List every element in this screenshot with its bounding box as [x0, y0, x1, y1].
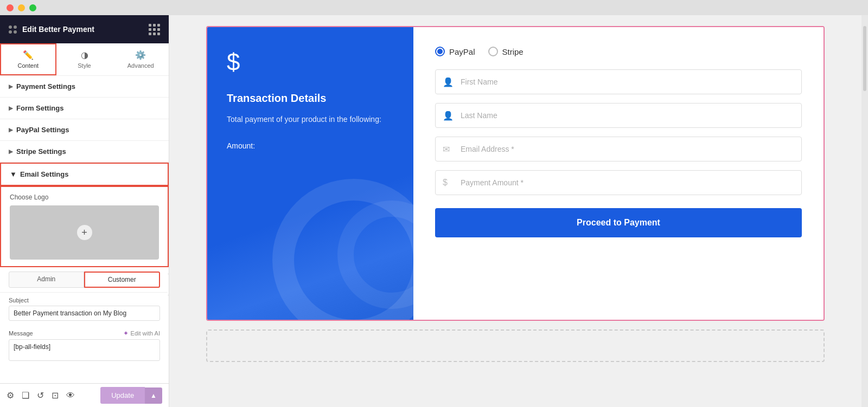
tab-customer[interactable]: Customer — [84, 272, 161, 288]
last-name-field: 👤 — [435, 103, 802, 128]
eye-icon[interactable]: 👁 — [66, 391, 75, 400]
choose-logo-section: Choose Logo + — [0, 186, 169, 267]
menu-dots-icon[interactable] — [9, 25, 17, 34]
message-header: Message ✦ Edit with AI — [0, 325, 169, 339]
ai-sparkle-icon: ✦ — [123, 330, 129, 337]
copy-icon[interactable]: ⊡ — [52, 390, 59, 400]
chevron-right-icon: ▶ — [9, 148, 13, 154]
chevron-right-icon: ▶ — [9, 83, 13, 89]
chevron-right-icon: ▶ — [9, 127, 13, 133]
sidebar-item-form-settings[interactable]: ▶ Form Settings — [0, 98, 169, 119]
sidebar-header: Edit Better Payment — [0, 15, 169, 43]
payment-amount-field: $ — [435, 170, 802, 195]
tab-advanced-label: Advanced — [127, 62, 154, 69]
choose-logo-label: Choose Logo — [10, 193, 159, 201]
edit-ai-label: Edit with AI — [131, 330, 160, 337]
collapse-handle[interactable]: ‹ — [168, 274, 169, 295]
canvas-bottom-placeholder — [206, 330, 825, 362]
tab-style-label: Style — [78, 62, 91, 69]
dollar-field-icon: $ — [443, 178, 448, 188]
payment-amount-input[interactable] — [435, 170, 802, 195]
sidebar: Edit Better Payment ✏️ Content ◑ Style ⚙… — [0, 15, 169, 407]
payment-settings-label: Payment Settings — [16, 82, 75, 91]
grid-icon[interactable] — [149, 24, 160, 35]
tab-style[interactable]: ◑ Style — [56, 43, 113, 75]
paypal-option[interactable]: PayPal — [435, 47, 475, 56]
paypal-settings-label: PayPal Settings — [16, 126, 69, 134]
subject-field: Subject — [0, 293, 169, 325]
sidebar-item-paypal-settings[interactable]: ▶ PayPal Settings — [0, 119, 169, 141]
payment-options: PayPal Stripe — [435, 47, 802, 56]
titlebar — [0, 0, 868, 15]
decorative-circle-2 — [337, 201, 413, 309]
pencil-icon: ✏️ — [23, 50, 34, 60]
stripe-radio[interactable] — [488, 47, 498, 56]
amount-label: Amount: — [227, 141, 394, 150]
tab-content[interactable]: ✏️ Content — [0, 43, 56, 75]
toolbar-icons: ⚙ ❑ ↺ ⊡ 👁 — [7, 390, 75, 400]
email-input[interactable] — [435, 137, 802, 161]
stripe-settings-label: Stripe Settings — [16, 147, 66, 156]
right-scrollbar[interactable] — [861, 15, 868, 407]
stripe-option[interactable]: Stripe — [488, 47, 524, 56]
add-logo-icon[interactable]: + — [77, 225, 92, 240]
last-name-input[interactable] — [435, 103, 802, 128]
update-button-group: Update ▲ — [100, 387, 162, 404]
logo-upload-area[interactable]: + — [10, 205, 159, 260]
settings-icon[interactable]: ⚙ — [7, 390, 14, 400]
sidebar-content: Choose Logo + Admin Customer Subject Mes… — [0, 186, 169, 383]
person-icon-1: 👤 — [443, 77, 454, 87]
sidebar-header-left: Edit Better Payment — [9, 25, 94, 34]
email-settings-label: Email Settings — [20, 170, 69, 178]
sidebar-item-stripe-settings[interactable]: ▶ Stripe Settings — [0, 141, 169, 163]
layers-icon[interactable]: ❑ — [22, 390, 29, 400]
dollar-sign: $ — [227, 49, 394, 76]
payment-widget: $ Transaction Details Total payment of y… — [206, 26, 825, 321]
widget-right-panel: PayPal Stripe 👤 👤 ✉ — [413, 27, 824, 320]
update-dropdown-button[interactable]: ▲ — [145, 387, 162, 404]
email-icon: ✉ — [443, 144, 450, 154]
first-name-input[interactable] — [435, 69, 802, 94]
minimize-button[interactable] — [18, 4, 25, 11]
paypal-radio-inner — [437, 49, 443, 54]
history-icon[interactable]: ↺ — [37, 390, 44, 400]
widget-left-panel: $ Transaction Details Total payment of y… — [207, 27, 413, 320]
message-textarea[interactable]: [bp-all-fields] — [9, 339, 160, 361]
update-button[interactable]: Update — [100, 387, 145, 404]
first-name-field: 👤 — [435, 69, 802, 94]
subject-input[interactable] — [9, 306, 160, 321]
email-field: ✉ — [435, 137, 802, 161]
subject-label: Subject — [9, 297, 160, 303]
chevron-right-icon: ▶ — [9, 105, 13, 111]
app-body: Edit Better Payment ✏️ Content ◑ Style ⚙… — [0, 15, 868, 407]
person-icon-2: 👤 — [443, 111, 454, 121]
message-label: Message — [9, 330, 33, 337]
paypal-label: PayPal — [449, 47, 475, 56]
sidebar-tabs: ✏️ Content ◑ Style ⚙️ Advanced — [0, 43, 169, 76]
tab-advanced[interactable]: ⚙️ Advanced — [112, 43, 169, 75]
style-icon: ◑ — [81, 50, 88, 60]
sidebar-title: Edit Better Payment — [22, 25, 94, 34]
transaction-title: Transaction Details — [227, 92, 394, 105]
decorative-circle-1 — [272, 179, 413, 320]
scroll-thumb[interactable] — [863, 26, 866, 91]
tab-content-label: Content — [18, 62, 39, 69]
main-canvas: $ Transaction Details Total payment of y… — [169, 15, 861, 407]
bottom-toolbar: ⚙ ❑ ↺ ⊡ 👁 Update ▲ — [0, 383, 169, 407]
email-type-tabs: Admin Customer — [0, 267, 169, 293]
transaction-description: Total payment of your product in the fol… — [227, 113, 394, 125]
close-button[interactable] — [7, 4, 14, 11]
tab-admin[interactable]: Admin — [9, 272, 84, 288]
edit-with-ai-button[interactable]: ✦ Edit with AI — [123, 330, 160, 337]
maximize-button[interactable] — [29, 4, 36, 11]
paypal-radio[interactable] — [435, 47, 445, 56]
sidebar-item-email-settings[interactable]: ▼ Email Settings — [0, 163, 169, 186]
proceed-to-payment-button[interactable]: Proceed to Payment — [435, 208, 802, 237]
gear-tab-icon: ⚙️ — [135, 50, 146, 60]
sidebar-item-payment-settings[interactable]: ▶ Payment Settings — [0, 76, 169, 98]
chevron-down-icon: ▼ — [10, 170, 17, 178]
stripe-label: Stripe — [502, 47, 524, 56]
form-settings-label: Form Settings — [16, 104, 63, 112]
